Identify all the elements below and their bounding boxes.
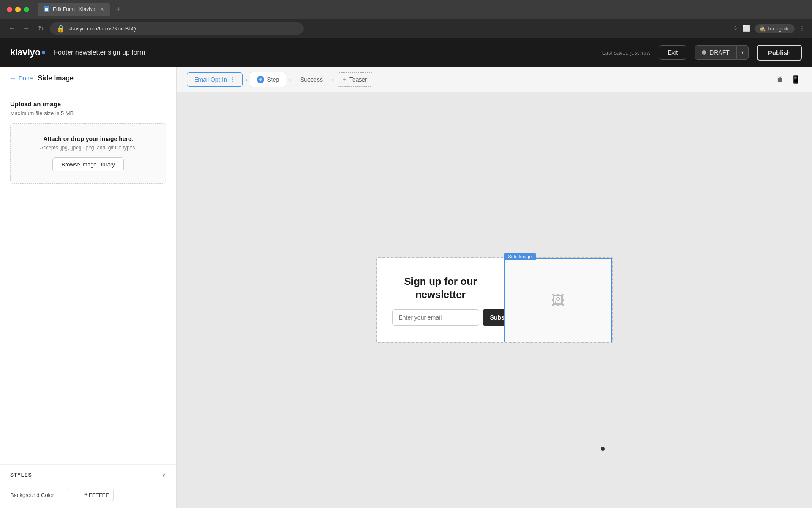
canvas-preview: Sign up for our newsletter Subscribe Sid… <box>177 92 812 508</box>
menu-icon[interactable]: ⋮ <box>799 25 805 32</box>
tab-success[interactable]: Success <box>294 73 329 86</box>
sidebar: ← Done Side Image Upload an image Maximu… <box>0 67 177 508</box>
cursor <box>601 447 605 451</box>
done-link[interactable]: ← Done <box>10 75 33 82</box>
address-bar[interactable]: 🔒 klaviyo.com/forms/XmcBhQ <box>50 22 304 35</box>
draft-status-indicator <box>702 50 706 55</box>
draft-group: DRAFT ▾ <box>695 45 749 60</box>
logo-dot <box>42 51 45 54</box>
tab-close-icon[interactable]: ✕ <box>100 7 104 12</box>
sidebar-header: ← Done Side Image <box>0 67 176 90</box>
styles-section: STYLES ∧ Background Color # FFFFFF <box>0 464 176 508</box>
close-button[interactable] <box>7 7 12 12</box>
styles-header[interactable]: STYLES ∧ <box>10 465 166 485</box>
done-label: Done <box>19 75 33 82</box>
minimize-button[interactable] <box>15 7 21 12</box>
dropzone-title: Attach or drop your image here. <box>21 135 156 142</box>
sidebar-content: Upload an image Maximum file size is 5 M… <box>0 90 176 464</box>
email-opt-in-label: Email Opt-In <box>194 76 227 83</box>
draft-dropdown-button[interactable]: ▾ <box>737 45 749 60</box>
side-image-area[interactable]: Side Image 🖼 <box>504 258 612 342</box>
step-tabs: Email Opt-In ⋮ › ⊕ Step › Success › + <box>187 72 771 87</box>
background-color-label: Background Color <box>10 492 61 498</box>
klaviyo-logo: klaviyo <box>10 47 45 58</box>
last-saved-text: Last saved just now <box>602 50 650 56</box>
browser-nav: ← → ↻ 🔒 klaviyo.com/forms/XmcBhQ ☆ ⬜ 🕵 I… <box>0 19 812 38</box>
incognito-badge: 🕵 Incognito <box>755 24 795 33</box>
incognito-label: Incognito <box>768 25 790 32</box>
browse-image-library-button[interactable]: Browse Image Library <box>52 157 123 171</box>
form-preview[interactable]: Sign up for our newsletter Subscribe Sid… <box>376 257 613 343</box>
styles-label: STYLES <box>10 472 32 478</box>
back-arrow-icon: ← <box>10 75 16 82</box>
chevron-right-icon-2: › <box>289 76 291 83</box>
browser-titlebar: Edit Form | Klaviyo ✕ + <box>0 0 812 19</box>
image-placeholder-icon: 🖼 <box>551 293 565 308</box>
form-wrapper: Sign up for our newsletter Subscribe Sid… <box>376 257 613 343</box>
draft-label: DRAFT <box>710 49 730 56</box>
canvas-area: Email Opt-In ⋮ › ⊕ Step › Success › + <box>177 67 812 508</box>
tab-step[interactable]: ⊕ Step <box>250 72 286 87</box>
sidebar-section-title: Side Image <box>38 75 73 82</box>
color-input-group[interactable]: # FFFFFF <box>68 489 114 501</box>
step-circle-icon: ⊕ <box>257 76 264 83</box>
chevron-down-icon: ▾ <box>741 50 744 55</box>
publish-button[interactable]: Publish <box>757 45 802 61</box>
upload-title: Upload an image <box>10 100 166 108</box>
tab-teaser[interactable]: + Teaser <box>337 72 373 87</box>
color-swatch[interactable] <box>68 489 80 501</box>
draft-button[interactable]: DRAFT <box>695 45 737 60</box>
lock-icon: 🔒 <box>57 25 65 33</box>
email-input[interactable] <box>392 309 479 326</box>
upload-dropzone[interactable]: Attach or drop your image here. Accepts … <box>10 123 166 184</box>
app-header: klaviyo Footer newsletter sign up form L… <box>0 38 812 67</box>
step-label: Step <box>267 76 279 83</box>
desktop-view-icon[interactable]: 🖥 <box>774 73 785 86</box>
form-heading: Sign up for our newsletter <box>392 275 489 301</box>
view-icons: 🖥 📱 <box>774 73 802 86</box>
tab-title: Edit Form | Klaviyo <box>53 6 95 12</box>
traffic-lights <box>7 7 29 12</box>
mobile-view-icon[interactable]: 📱 <box>789 73 802 86</box>
tab-email-opt-in[interactable]: Email Opt-In ⋮ <box>187 72 243 87</box>
chevron-right-icon-1: › <box>245 76 247 83</box>
refresh-button[interactable]: ↻ <box>36 23 46 33</box>
form-email-row: Subscribe <box>392 309 489 326</box>
teaser-label: Teaser <box>349 76 367 83</box>
browser-chrome: Edit Form | Klaviyo ✕ + ← → ↻ 🔒 klaviyo.… <box>0 0 812 38</box>
upload-subtitle: Maximum file size is 5 MB <box>10 110 166 116</box>
main-layout: ← Done Side Image Upload an image Maximu… <box>0 67 812 508</box>
exit-button[interactable]: Exit <box>659 45 686 60</box>
star-icon[interactable]: ☆ <box>733 25 738 32</box>
logo-text: klaviyo <box>10 47 40 58</box>
back-button[interactable]: ← <box>7 23 17 33</box>
browser-tab[interactable]: Edit Form | Klaviyo ✕ <box>38 3 110 16</box>
svg-point-0 <box>45 8 48 11</box>
new-tab-button[interactable]: + <box>116 5 121 14</box>
color-value[interactable]: # FFFFFF <box>80 490 113 500</box>
styles-collapse-icon[interactable]: ∧ <box>162 472 166 478</box>
browser-nav-icons: ☆ ⬜ 🕵 Incognito ⋮ <box>733 24 805 33</box>
success-label: Success <box>300 76 323 83</box>
incognito-icon: 🕵 <box>759 25 766 32</box>
form-content-area: Sign up for our newsletter Subscribe <box>377 258 504 342</box>
url-text: klaviyo.com/forms/XmcBhQ <box>69 25 136 32</box>
add-icon: + <box>343 76 347 83</box>
forward-button[interactable]: → <box>21 23 31 33</box>
canvas-toolbar: Email Opt-In ⋮ › ⊕ Step › Success › + <box>177 67 812 92</box>
tab-favicon <box>44 6 49 12</box>
form-title: Footer newsletter sign up form <box>54 49 145 56</box>
dropzone-subtitle: Accepts .jpg, .jpeg, .png, and .gif file… <box>21 145 156 151</box>
side-image-badge: Side Image <box>504 253 536 260</box>
background-color-row: Background Color # FFFFFF <box>10 485 166 508</box>
maximize-button[interactable] <box>24 7 29 12</box>
extensions-icon[interactable]: ⬜ <box>743 25 751 32</box>
chevron-right-icon-3: › <box>332 76 334 83</box>
dropdown-icon: ⋮ <box>230 76 236 83</box>
